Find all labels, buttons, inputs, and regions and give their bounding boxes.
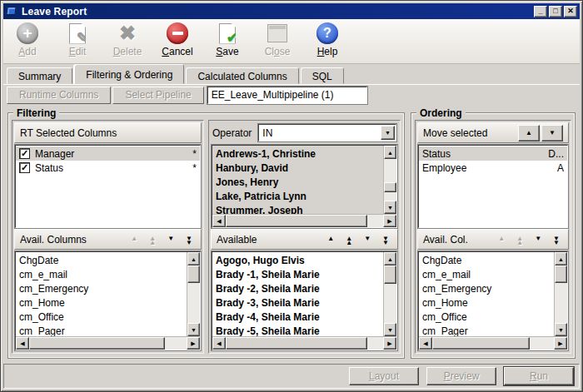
save-button[interactable]: ✔Save (208, 22, 247, 57)
scroll-right-button[interactable]: ▶ (187, 337, 200, 350)
scroll-right-button[interactable]: ▶ (554, 337, 567, 350)
scroll-up-button[interactable]: ▲ (187, 252, 200, 265)
scroll-down-button[interactable]: ▼ (555, 323, 567, 336)
scroll-track[interactable] (384, 159, 396, 201)
available-list[interactable]: Agogo, Hugo ElvisBrady -1, Sheila MarieB… (212, 251, 397, 350)
scroll-up-button[interactable]: ▲ (384, 252, 396, 265)
scroll-left-button[interactable]: ◀ (212, 337, 226, 350)
operator-dropdown-button[interactable]: ▼ (381, 126, 395, 140)
available-item[interactable]: Brady -4, Sheila Marie (212, 310, 383, 324)
horizontal-scrollbar[interactable]: ◀▶ (212, 336, 396, 350)
scroll-down-button[interactable]: ▼ (384, 201, 396, 214)
cancel-button[interactable]: Cancel (158, 22, 197, 57)
tab-summary[interactable]: Summary (7, 67, 72, 84)
vertical-scrollbar[interactable]: ▲▼ (383, 252, 396, 336)
scroll-down-button[interactable]: ▼ (187, 323, 200, 336)
available-item[interactable]: Brady -5, Sheila Marie (212, 324, 383, 336)
sort-down-icon[interactable]: ▼ (167, 236, 174, 244)
available-item[interactable]: Brady -1, Sheila Marie (212, 267, 383, 281)
list-item[interactable]: cm_Office (16, 310, 187, 324)
selected-value-item[interactable]: Andrews-1, Christine (212, 146, 383, 161)
scroll-track[interactable] (29, 337, 187, 350)
rt-selected-list[interactable]: ✓Manager*✓Status* (15, 145, 201, 228)
avail-columns-list[interactable]: ChgDatecm_e_mailcm_Emergencycm_Homecm_Of… (15, 251, 201, 350)
close-button-label: Close (265, 46, 291, 57)
horizontal-scrollbar[interactable]: ◀▶ (16, 336, 200, 350)
selected-value-item[interactable]: Strummer, Joseph (212, 203, 383, 214)
selected-values-list[interactable]: Andrews-1, ChristineHanbury, DavidJones,… (212, 145, 397, 228)
scroll-track[interactable] (187, 265, 200, 323)
scroll-track[interactable] (384, 265, 396, 323)
horizontal-scrollbar[interactable]: ◀▶ (212, 214, 396, 227)
scroll-thumb[interactable] (555, 265, 567, 283)
sort-down-icon[interactable]: ▼ (364, 236, 371, 244)
list-item[interactable]: ChgDate (16, 253, 187, 267)
move-down-button[interactable]: ▼ (541, 125, 563, 141)
scroll-down-button[interactable]: ▼ (384, 323, 396, 336)
scroll-thumb[interactable] (226, 337, 367, 350)
tab-sql[interactable]: SQL (301, 67, 344, 84)
checkbox[interactable]: ✓ (19, 162, 30, 173)
maximize-button[interactable]: □ (549, 6, 562, 17)
list-item[interactable]: cm_e_mail (16, 267, 187, 281)
list-item[interactable]: cm_Home (16, 295, 187, 310)
scroll-up-button[interactable]: ▲ (555, 252, 567, 265)
select-pipeline-button: Select Pipeline (112, 87, 203, 104)
close-button[interactable]: ✕ (564, 6, 577, 17)
avail-col-list[interactable]: ChgDatecm_e_mailcm_Emergencycm_Homecm_Of… (418, 251, 568, 350)
available-item[interactable]: Brady -2, Sheila Marie (212, 281, 383, 295)
sort-bottom-icon[interactable]: ▼▼ (382, 236, 389, 244)
scroll-track[interactable] (226, 337, 383, 350)
scroll-right-button[interactable]: ▶ (383, 215, 396, 227)
scroll-thumb[interactable] (29, 337, 165, 350)
scroll-left-button[interactable]: ◀ (419, 337, 432, 350)
list-item[interactable]: cm_Emergency (419, 281, 554, 295)
scroll-thumb[interactable] (384, 265, 396, 284)
rt-column-row[interactable]: ✓Status* (16, 161, 200, 175)
sort-bottom-icon[interactable]: ▼▼ (553, 236, 560, 244)
help-button[interactable]: ?Help (308, 22, 346, 57)
rt-column-row[interactable]: ✓Manager* (16, 146, 200, 161)
vertical-scrollbar[interactable]: ▲▼ (383, 146, 396, 214)
list-item[interactable]: cm_Pager (16, 324, 187, 336)
scroll-up-button[interactable]: ▲ (384, 146, 396, 159)
sort-top-icon[interactable]: ▲▲ (346, 236, 352, 244)
ordering-row[interactable]: EmployeeA (419, 161, 567, 175)
horizontal-scrollbar[interactable]: ◀▶ (419, 336, 567, 350)
scroll-track[interactable] (226, 215, 383, 227)
available-item[interactable]: Agogo, Hugo Elvis (212, 253, 383, 267)
list-item[interactable]: cm_Emergency (16, 281, 187, 295)
tab-calculated-columns[interactable]: Calculated Columns (186, 67, 298, 84)
scroll-left-button[interactable]: ◀ (16, 337, 29, 350)
sort-up-icon[interactable]: ▲ (327, 236, 334, 244)
list-item[interactable]: cm_Home (419, 295, 554, 310)
scroll-thumb[interactable] (187, 265, 200, 283)
ordering-row[interactable]: StatusD... (419, 146, 567, 161)
vertical-scrollbar[interactable]: ▲▼ (554, 252, 567, 336)
operator-combobox[interactable]: IN ▼ (258, 124, 396, 141)
checkbox[interactable]: ✓ (19, 148, 30, 159)
list-item[interactable]: cm_Pager (419, 324, 554, 336)
tab-filtering-ordering[interactable]: Filtering & Ordering (74, 64, 184, 84)
scroll-right-button[interactable]: ▶ (383, 337, 396, 350)
sort-bottom-icon[interactable]: ▼▼ (186, 236, 192, 244)
list-item[interactable]: ChgDate (419, 253, 554, 267)
ordering-list[interactable]: StatusD...EmployeeA (418, 145, 568, 228)
scroll-thumb[interactable] (384, 182, 396, 193)
vertical-scrollbar[interactable]: ▲▼ (187, 252, 200, 336)
list-item[interactable]: cm_Office (419, 310, 554, 324)
scroll-track[interactable] (555, 265, 567, 323)
selected-value-item[interactable]: Hanbury, David (212, 161, 383, 175)
minimize-button[interactable]: _ (534, 6, 547, 17)
scroll-thumb[interactable] (432, 337, 530, 350)
scroll-left-button[interactable]: ◀ (212, 215, 226, 227)
list-item[interactable]: cm_e_mail (419, 267, 554, 281)
operator-value: IN (259, 127, 380, 139)
scroll-thumb[interactable] (226, 215, 367, 227)
sort-down-icon[interactable]: ▼ (535, 236, 541, 244)
available-item[interactable]: Brady -3, Sheila Marie (212, 295, 383, 310)
scroll-track[interactable] (432, 337, 554, 350)
selected-value-item[interactable]: Lake, Patricia Lynn (212, 189, 383, 203)
selected-value-item[interactable]: Jones, Henry (212, 175, 383, 189)
move-up-button[interactable]: ▲ (518, 125, 540, 141)
